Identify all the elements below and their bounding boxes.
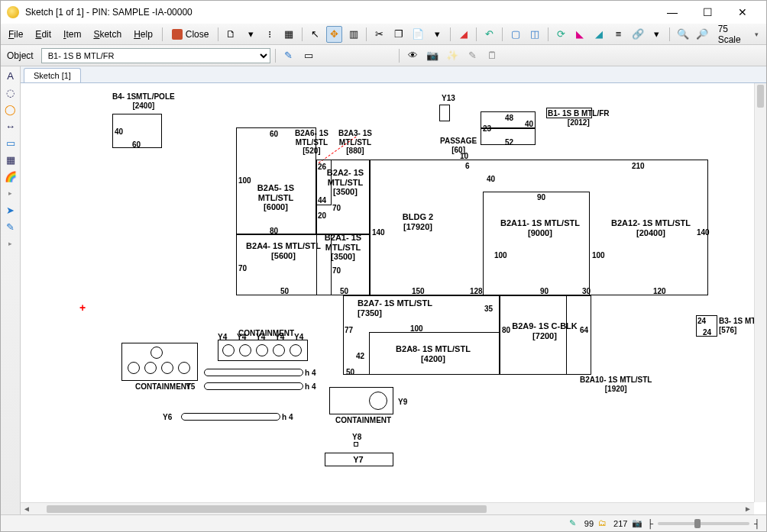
- arrow-tool-icon[interactable]: ➤: [3, 202, 18, 218]
- y7-label: Y7: [353, 455, 363, 465]
- color-tool-icon[interactable]: 🌈: [3, 169, 18, 184]
- b2a8-label: B2A8- 1S MTL/STL[4200]: [396, 344, 471, 363]
- b1-block[interactable]: [546, 108, 592, 118]
- scale-select[interactable]: 75 Scale: [714, 22, 763, 47]
- app-icon: [7, 6, 19, 18]
- b2a2-label: B2A2- 1SMTL/STL[3500]: [327, 168, 364, 197]
- note-tool-icon[interactable]: ✎: [3, 219, 18, 234]
- move-icon[interactable]: ✥: [326, 26, 342, 43]
- b2a3-label: B2A3- 1SMTL/STL[880]: [338, 129, 372, 156]
- refresh-icon[interactable]: ⟳: [552, 26, 568, 43]
- text-tool-icon[interactable]: A: [3, 68, 18, 83]
- hatch-tool-icon[interactable]: ▦: [3, 152, 18, 167]
- dashrect-tool-icon[interactable]: ◌: [3, 85, 18, 100]
- close-button[interactable]: ✕: [725, 1, 760, 24]
- cursor-cross-icon: +: [79, 301, 86, 314]
- zoom-slider[interactable]: [658, 522, 749, 525]
- containment1-label: CONTAINMENT: [135, 382, 191, 392]
- tri2-icon[interactable]: ◢: [591, 26, 607, 43]
- horizontal-scrollbar[interactable]: ◄►: [21, 502, 754, 514]
- b2a10-block[interactable]: [566, 295, 591, 375]
- c1-circle4: [161, 362, 173, 374]
- b4-label: B4- 1SMTL/POLE[2400]: [112, 92, 175, 110]
- maximize-button[interactable]: ☐: [690, 1, 725, 24]
- barcode-icon[interactable]: ▥: [345, 26, 361, 43]
- traverse-icon[interactable]: ⫶: [262, 26, 278, 43]
- zoom-in-small-icon[interactable]: ┤: [754, 519, 760, 528]
- dual-icon[interactable]: ◫: [526, 26, 542, 43]
- zoom-out-icon[interactable]: 🔎: [694, 26, 710, 43]
- c2-circ3: [256, 344, 268, 356]
- menu-edit[interactable]: Edit: [31, 27, 56, 41]
- b2a11-block[interactable]: [483, 192, 590, 295]
- cut-icon[interactable]: ✂: [371, 26, 387, 43]
- zoom-out-small-icon[interactable]: ├: [647, 519, 653, 528]
- containment2-label: CONTAINMENT: [238, 329, 294, 338]
- pencil-icon[interactable]: ✎: [464, 47, 481, 64]
- b2a12-label: B2A12- 1S MTL/STL[20400]: [611, 218, 691, 237]
- c2-circ: [222, 344, 235, 356]
- copy-icon[interactable]: ❐: [391, 26, 407, 43]
- b2a4-label: B2A4- 1S MTL/STL[5600]: [246, 241, 321, 260]
- statusbar: ✎ 99 🗂 217 📷 ├ ┤: [1, 514, 766, 531]
- c2-circ4: [273, 344, 285, 356]
- menu-file[interactable]: File: [4, 27, 28, 41]
- b2a7-label: B2A7- 1S MTL/STL[7350]: [358, 298, 432, 318]
- new-icon[interactable]: 🗋: [223, 26, 239, 43]
- status-cam-icon[interactable]: 📷: [632, 518, 642, 529]
- menu-help[interactable]: Help: [129, 27, 157, 41]
- tri1-icon[interactable]: ◣: [572, 26, 588, 43]
- expand2-icon[interactable]: ▸: [3, 236, 18, 251]
- rect-icon[interactable]: ▢: [507, 26, 523, 43]
- status-icon-2: 🗂: [598, 518, 609, 529]
- b3-label: B3- 1S MTL/FR[576]: [719, 317, 754, 334]
- cam-icon[interactable]: 📷: [424, 47, 441, 64]
- bldg2-label: BLDG 2[17920]: [403, 212, 433, 231]
- b2a10-label: B2A10- 1S MTL/STL[1920]: [580, 376, 652, 393]
- close-action[interactable]: Close: [167, 27, 214, 41]
- dropdown-icon[interactable]: ▾: [243, 26, 259, 43]
- y8-sq[interactable]: [354, 442, 358, 447]
- tab-sketch1[interactable]: Sketch [1]: [24, 68, 81, 82]
- expand1-icon[interactable]: ▸: [3, 185, 18, 201]
- link-icon[interactable]: 🔗: [629, 26, 646, 43]
- oval1[interactable]: [204, 369, 303, 376]
- c1-circle2: [128, 362, 140, 374]
- object-label: Object: [4, 50, 38, 61]
- edit-box-icon[interactable]: ▭: [300, 47, 317, 64]
- grid-icon[interactable]: ▦: [281, 26, 297, 43]
- box-tool-icon[interactable]: ▭: [3, 135, 18, 150]
- pointer-icon[interactable]: ↖: [307, 26, 323, 43]
- sketch-canvas[interactable]: + B4- 1SMTL/POLE[2400] 40 60 60 100 B2A5…: [21, 83, 754, 502]
- note-icon[interactable]: 🗒: [484, 47, 500, 64]
- c1-circle: [150, 347, 163, 359]
- window-title: Sketch [1 of 1] - PIN: SAMPLE -IA-00000: [25, 7, 655, 18]
- oval2[interactable]: [204, 382, 303, 390]
- y13-block[interactable]: [439, 105, 450, 121]
- y13-label: Y13: [442, 94, 455, 103]
- pen-icon[interactable]: ✎: [280, 47, 297, 64]
- c2-circ5: [290, 344, 302, 356]
- left-toolbar: A ◌ ◯ ↔ ▭ ▦ 🌈 ▸ ➤ ✎ ▸: [1, 66, 21, 514]
- c2-circ2: [239, 344, 251, 356]
- wand-icon[interactable]: ✨: [444, 47, 461, 64]
- dropdown3-icon[interactable]: ▾: [649, 26, 665, 43]
- menu-sketch[interactable]: Sketch: [89, 27, 126, 41]
- minimize-button[interactable]: —: [655, 1, 690, 24]
- oval3[interactable]: [181, 413, 280, 421]
- paste-icon[interactable]: 📄: [410, 26, 426, 43]
- eraser-icon[interactable]: ◢: [455, 26, 471, 43]
- undo-icon[interactable]: ↶: [481, 26, 497, 43]
- list2-icon[interactable]: ≡: [610, 26, 626, 43]
- status-n1: 99: [584, 519, 594, 528]
- object-select[interactable]: B1- 1S B MTL/FR: [41, 48, 270, 63]
- zoom-in-icon[interactable]: 🔍: [675, 26, 691, 43]
- menu-item[interactable]: Item: [59, 27, 86, 41]
- vertical-scrollbar[interactable]: [754, 83, 766, 502]
- c1-circle3: [144, 362, 157, 374]
- preview-icon[interactable]: 👁: [404, 47, 421, 64]
- circle-tool-icon[interactable]: ◯: [3, 102, 18, 117]
- b2a5-label: B2A5- 1SMTL/STL[6000]: [257, 183, 294, 212]
- line-tool-icon[interactable]: ↔: [3, 118, 18, 134]
- dropdown2-icon[interactable]: ▾: [429, 26, 445, 43]
